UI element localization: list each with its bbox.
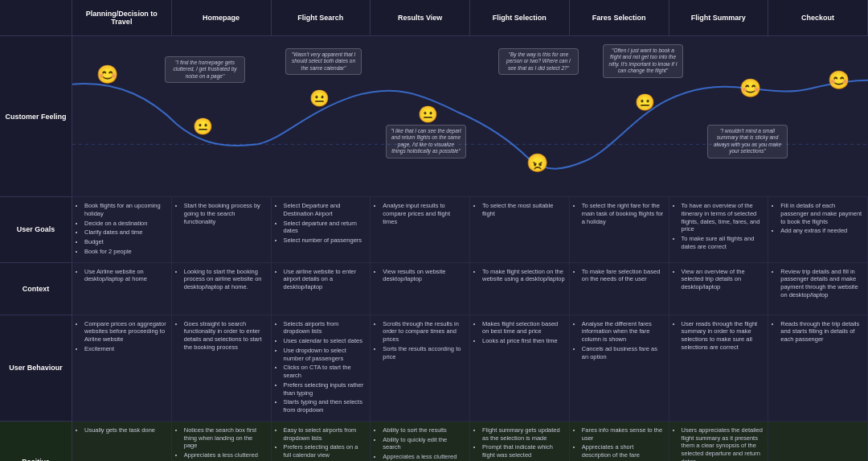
context-summary: View an overview of the selected trip de… (669, 263, 769, 315)
user-goals-planning: Book flights for an upcoming holidayDeci… (72, 197, 172, 263)
positive-planning: Usually gets the task done (72, 422, 172, 461)
user-goals-homepage: Start the booking process by going to th… (172, 197, 272, 263)
row-label-user-goals: User Goals (0, 197, 72, 263)
user-goals-label: User Goals (17, 225, 55, 233)
emoji-flight-search: 😐 (309, 88, 330, 108)
header-checkout: Checkout (768, 0, 868, 36)
feeling-label-text: Customer Feeling (5, 113, 66, 121)
quote-flight-search: "Wasn't very apparent that I should sele… (285, 48, 362, 75)
behaviour-fares: Analyse the different fares information … (570, 315, 669, 422)
user-goals-flight-selection: To select the most suitable flight (470, 197, 570, 263)
context-label: Context (23, 285, 50, 293)
quote-flight-summary: "I wouldn't mind a small summary that is… (707, 125, 788, 158)
header-empty (0, 0, 72, 36)
positive-flight-search: Easy to select airports from dropdown li… (272, 422, 371, 461)
positive-label: Positive Interactions (5, 458, 67, 461)
row-label-context: Context (0, 263, 72, 315)
user-behaviour-label: User Behaviour (9, 364, 63, 372)
header-flight-selection: Flight Selection (470, 0, 570, 36)
context-fares: To make fare selection based on the need… (570, 263, 669, 315)
emoji-planning: 😊 (96, 64, 118, 85)
emoji-results: 😐 (418, 105, 438, 124)
context-homepage: Looking to start the booking process on … (172, 263, 272, 315)
quote-homepage: "I find the homepage gets cluttered, I g… (165, 56, 245, 83)
positive-homepage: Notices the search box first thing when … (172, 422, 272, 461)
header-fares-selection: Fares Selection (570, 0, 669, 36)
user-goals-checkout: Fill in details of each passenger and ma… (768, 197, 868, 263)
behaviour-checkout: Reads through the trip details and start… (768, 315, 868, 422)
positive-checkout (768, 422, 868, 461)
context-flight-search: Use airline website to enter airport det… (272, 263, 371, 315)
quote-flight-selection: "By the way is this for one person or tw… (498, 48, 579, 75)
header-planning: Planning/Decision to Travel (72, 0, 172, 36)
positive-summary: Users appreciates the detailed flight su… (669, 422, 769, 461)
behaviour-flight-search: Selects airports from dropdown listsUses… (272, 315, 371, 422)
positive-results: Ability to sort the resultsAbility to qu… (371, 422, 470, 461)
header-homepage: Homepage (172, 0, 272, 36)
quote-fares: "Often I just want to book a flight and … (603, 44, 683, 78)
context-planning: Use Airline website on desktop/laptop at… (72, 263, 172, 315)
emoji-homepage: 😐 (193, 117, 213, 136)
user-goals-flight-search: Select Departure and Destination Airport… (272, 197, 371, 263)
context-flight-selection: To make flight selection on the website … (470, 263, 570, 315)
emoji-fares: 😐 (635, 93, 655, 112)
emoji-checkout: 😊 (828, 70, 850, 91)
behaviour-planning: Compare prices on aggregator websites be… (72, 315, 172, 422)
positive-flight-selection: Flight summary gets updated as the selec… (470, 422, 570, 461)
row-label-positive: Positive Interactions (0, 422, 72, 461)
header-flight-summary: Flight Summary (669, 0, 769, 36)
behaviour-summary: User reads through the flight summary in… (669, 315, 769, 422)
emoji-flight-selection: 😠 (526, 153, 548, 174)
quote-results: "I like that I can see the depart and re… (386, 125, 466, 158)
row-label-user-behaviour: User Behaviour (0, 315, 72, 422)
context-results: View results on website desktop/laptop (371, 263, 470, 315)
header-flight-search: Flight Search (272, 0, 371, 36)
journey-feeling-area: 😊 😐 "I find the homepage gets cluttered,… (72, 36, 868, 197)
header-results-view: Results View (371, 0, 470, 36)
user-goals-results: Analyse input results to compare prices … (371, 197, 470, 263)
journey-map: Planning/Decision to Travel Homepage Fli… (0, 0, 868, 461)
emoji-flight-summary: 😊 (739, 78, 761, 99)
context-checkout: Review trip details and fill in passenge… (768, 263, 868, 315)
behaviour-flight-selection: Makes flight selection based on best tim… (470, 315, 570, 422)
behaviour-homepage: Goes straight to search functionality in… (172, 315, 272, 422)
behaviour-results: Scrolls through the results in order to … (371, 315, 470, 422)
positive-fares: Fares info makes sense to the userApprec… (570, 422, 669, 461)
user-goals-fares: To select the right fare for the main ta… (570, 197, 669, 263)
row-label-feeling: Customer Feeling (0, 36, 72, 197)
user-goals-summary: To have an overview of the itinerary in … (669, 197, 769, 263)
